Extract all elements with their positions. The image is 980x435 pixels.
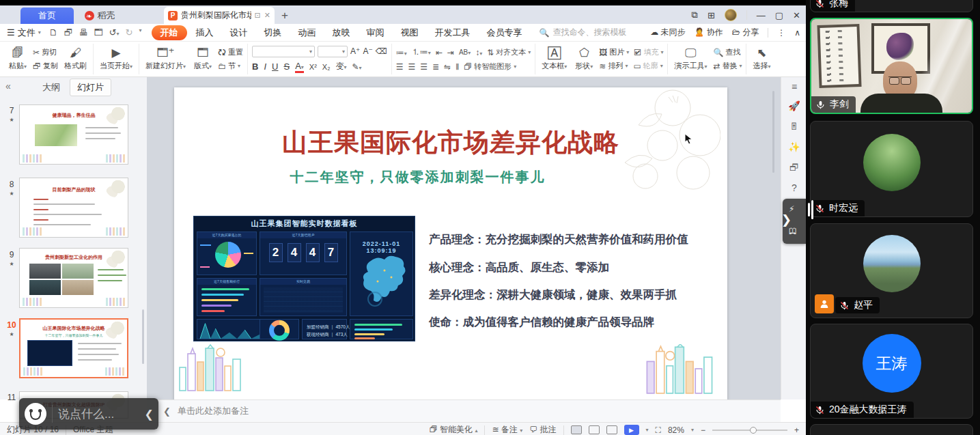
menu-home[interactable]: 开始: [152, 25, 187, 40]
participant-tile[interactable]: 赵平: [810, 223, 973, 318]
menu-view[interactable]: 视图: [393, 25, 426, 40]
play-options-icon[interactable]: ▾: [646, 427, 649, 433]
present-mode-icon[interactable]: ⊡: [255, 11, 261, 20]
columns-icon[interactable]: ⫴: [456, 62, 459, 72]
assistant-flyout[interactable]: ❯ ⚡ 🕮: [783, 199, 806, 244]
minimize-button[interactable]: —: [757, 10, 766, 20]
play-from-current-button[interactable]: ▶ 当页开始▾: [98, 47, 135, 71]
preview-icon[interactable]: 🗔: [94, 27, 103, 38]
font-color-button[interactable]: A▾: [295, 61, 304, 73]
slide-thumbnail-9[interactable]: 贵州刺梨新型工业化的作用: [19, 248, 128, 308]
close-tab-icon[interactable]: ✕: [264, 11, 270, 20]
participant-tile[interactable]: 张梅: [810, 0, 973, 12]
comments-toggle[interactable]: 🗩 批注: [529, 424, 556, 435]
zoom-slider[interactable]: [712, 430, 787, 431]
strikethrough-button[interactable]: S: [283, 61, 290, 72]
justify-icon[interactable]: ≣: [432, 62, 439, 72]
text-effects-button[interactable]: ✎▾: [352, 62, 361, 72]
decrease-indent-icon[interactable]: ⇤: [436, 48, 443, 57]
notes-bar[interactable]: ❮ 单击此处添加备注: [147, 399, 781, 422]
menu-devtools[interactable]: 开发工具: [428, 25, 478, 40]
text-direction-icon[interactable]: AB▾: [459, 48, 471, 56]
current-slide[interactable]: 山王果国际化市场差异化战略 十二年坚守，只做零添加刺梨一件事儿 山王果集团智能实…: [174, 87, 727, 400]
font-family-select[interactable]: ▾: [252, 46, 315, 57]
share-button[interactable]: 🗁 分享: [732, 27, 759, 38]
new-slide-button[interactable]: 🗔⁺ 新建幻灯片▾: [143, 47, 188, 71]
bullets-icon[interactable]: ≔▾: [396, 48, 407, 57]
chevron-left-icon[interactable]: ❮: [145, 408, 154, 421]
menu-design[interactable]: 设计: [223, 25, 255, 40]
more-menu-icon[interactable]: ⋮: [777, 28, 785, 38]
replace-button[interactable]: ⇄替换▾: [713, 61, 742, 71]
increase-indent-icon[interactable]: ⇥: [447, 48, 454, 57]
slide-point-2[interactable]: 核心理念：高品质、原生态、零添加: [429, 260, 716, 275]
align-right-icon[interactable]: ☰: [420, 62, 428, 72]
decrease-font-icon[interactable]: A⁻: [363, 46, 372, 56]
distribute-icon[interactable]: ⇋: [444, 62, 451, 72]
increase-font-icon[interactable]: A⁺: [350, 46, 360, 56]
fill-button[interactable]: 🗹填充▾: [633, 47, 663, 57]
slide-subtitle[interactable]: 十二年坚守，只做零添加刺梨一件事儿: [174, 168, 661, 186]
cut-button[interactable]: ✂剪切: [33, 47, 58, 57]
collapse-ribbon-icon[interactable]: ∧: [794, 28, 800, 38]
layout-button[interactable]: 🗔 版式▾: [192, 47, 214, 71]
notes-toggle[interactable]: ≊ 备注 ▾: [492, 424, 522, 435]
slide-thumbnail-10[interactable]: 山王果国际化市场差异化战略 十二年坚守，只做零添加刺梨一件事儿: [19, 318, 128, 378]
chat-input-placeholder[interactable]: 说点什么...: [58, 406, 114, 422]
panel-resize-grip[interactable]: [808, 203, 810, 216]
menu-animation[interactable]: 动画: [291, 25, 324, 40]
participant-tile[interactable]: [810, 424, 973, 435]
zoom-slider-knob[interactable]: [750, 427, 757, 434]
underline-button[interactable]: U: [272, 61, 278, 72]
magic-wand-icon[interactable]: ✨: [787, 140, 801, 154]
meeting-chat-overlay[interactable]: 说点什么... ❮: [19, 398, 158, 430]
to-smart-graphic-button[interactable]: 🗇转智能图形▾: [464, 61, 516, 72]
zoom-out-button[interactable]: −: [701, 425, 705, 435]
zoom-in-button[interactable]: +: [794, 425, 799, 435]
single-window-icon[interactable]: ⧉: [692, 10, 698, 20]
fit-window-icon[interactable]: ⛶: [656, 425, 661, 435]
beautify-button[interactable]: 🗇 智能美化 ▴: [430, 424, 478, 435]
command-search[interactable]: 🔍 查找命令、搜索模板: [540, 27, 627, 38]
undo-icon[interactable]: ↺▾: [109, 27, 120, 38]
rocket-icon[interactable]: 🚀: [787, 99, 801, 113]
shapes-button[interactable]: ⬠ 形状▾: [573, 47, 595, 71]
sorter-view-icon[interactable]: [589, 425, 600, 434]
panel-resize-grip[interactable]: [811, 200, 813, 219]
slide-point-3[interactable]: 差异化理念：深耕大健康领域，健康、效果两手抓: [429, 287, 716, 303]
outline-button[interactable]: ▭轮廓▾: [633, 61, 663, 71]
slide-point-4[interactable]: 使命：成为值得客户信赖的健康产品领导品牌: [429, 315, 716, 330]
zoom-options-icon[interactable]: ▾: [691, 427, 694, 433]
collapse-notes-icon[interactable]: ❮: [163, 406, 171, 417]
tab-docer[interactable]: ❧ 稻壳: [74, 8, 126, 24]
maximize-button[interactable]: ▢: [775, 10, 783, 20]
tab-outline[interactable]: 大纲: [36, 79, 67, 96]
align-left-icon[interactable]: ☰: [396, 62, 404, 72]
chevron-right-icon[interactable]: ❯: [781, 212, 792, 227]
superscript-button[interactable]: X²: [309, 63, 317, 71]
emoji-smiley-icon[interactable]: [25, 403, 46, 425]
user-avatar[interactable]: [725, 9, 737, 21]
menu-member[interactable]: 会员专享: [479, 25, 530, 40]
export-icon[interactable]: 🗗: [64, 27, 73, 38]
text-box-button[interactable]: 🄰 文本框▾: [540, 47, 569, 71]
sync-status[interactable]: ☁ 未同步: [650, 27, 685, 38]
new-tab-button[interactable]: +: [281, 9, 288, 24]
collab-button[interactable]: 🙎 协作: [695, 27, 723, 38]
help-icon[interactable]: ?: [787, 181, 801, 195]
customize-toolbar-icon[interactable]: ▾: [139, 27, 142, 38]
slide-thumbnail-7[interactable]: 健康瑞品，养生佳品: [19, 104, 128, 165]
menu-transition[interactable]: 切换: [257, 25, 290, 40]
numbering-icon[interactable]: ⒈≔▾: [412, 46, 431, 58]
reading-view-icon[interactable]: [606, 425, 617, 434]
presentation-tools-button[interactable]: 🖵 演示工具▾: [672, 47, 709, 71]
picture-button[interactable]: 🖼图片▾: [599, 47, 629, 57]
redo-icon[interactable]: ↻: [126, 27, 133, 38]
section-button[interactable]: 🗀节▾: [218, 61, 243, 71]
line-spacing-icon[interactable]: ↕▾: [475, 48, 482, 57]
participant-tile[interactable]: 李剑: [810, 18, 973, 114]
menu-slideshow[interactable]: 放映: [325, 25, 358, 40]
slide-thumbnail-8[interactable]: 目前刺梨产品的现状: [19, 178, 128, 238]
participant-tile[interactable]: 时宏远: [810, 121, 973, 217]
tab-document[interactable]: P 贵州刺梨国际化市场战略.pptx ⊡ ✕: [164, 7, 275, 24]
